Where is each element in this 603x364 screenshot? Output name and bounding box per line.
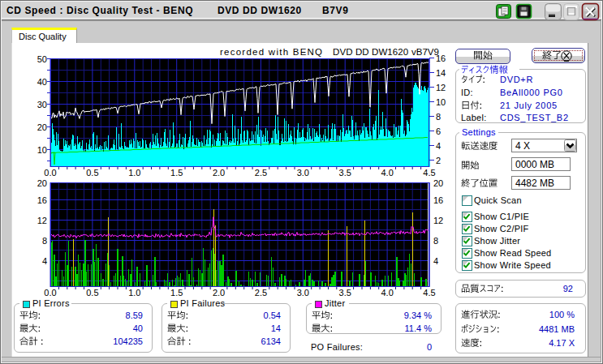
svg-text:50: 50 <box>37 54 47 64</box>
svg-text:0.5: 0.5 <box>86 168 98 178</box>
svg-text:1.5: 1.5 <box>170 168 183 178</box>
svg-text:3.5: 3.5 <box>339 168 351 178</box>
svg-text:2.5: 2.5 <box>255 168 267 178</box>
svg-text:0.0: 0.0 <box>44 288 56 298</box>
svg-text:DVD DD DW1620: DVD DD DW1620 <box>333 47 408 57</box>
svg-text:8: 8 <box>433 236 438 246</box>
svg-text:6: 6 <box>436 126 441 136</box>
svg-text:16: 16 <box>37 195 47 205</box>
svg-text:2: 2 <box>436 156 441 165</box>
svg-text:4: 4 <box>42 256 47 266</box>
svg-text:0.5: 0.5 <box>86 288 98 298</box>
svg-text:8: 8 <box>436 112 441 122</box>
svg-text:1.0: 1.0 <box>128 168 140 178</box>
svg-text:4.5: 4.5 <box>423 168 435 178</box>
svg-text:20: 20 <box>37 122 47 132</box>
svg-text:12: 12 <box>436 83 446 92</box>
svg-text:2.0: 2.0 <box>213 168 225 178</box>
svg-text:8: 8 <box>42 236 47 246</box>
svg-text:4.0: 4.0 <box>381 288 393 298</box>
svg-text:14: 14 <box>436 68 446 78</box>
svg-text:4: 4 <box>433 256 438 266</box>
svg-text:3.0: 3.0 <box>297 168 309 178</box>
svg-text:3.5: 3.5 <box>339 288 351 298</box>
svg-text:3.0: 3.0 <box>297 288 309 298</box>
svg-text:20: 20 <box>433 178 443 188</box>
svg-text:16: 16 <box>433 195 443 205</box>
svg-text:0.0: 0.0 <box>44 168 56 178</box>
svg-text:20: 20 <box>37 178 47 188</box>
svg-text:2.0: 2.0 <box>213 288 225 298</box>
svg-text:1.5: 1.5 <box>170 288 183 298</box>
svg-text:30: 30 <box>37 100 47 109</box>
svg-text:10: 10 <box>37 145 47 155</box>
svg-text:4.0: 4.0 <box>381 168 393 178</box>
svg-text:10: 10 <box>436 97 446 107</box>
svg-text:recorded with BENQ: recorded with BENQ <box>220 47 323 57</box>
svg-text:vB7V9: vB7V9 <box>411 47 439 57</box>
svg-text:12: 12 <box>433 216 443 225</box>
svg-text:40: 40 <box>37 77 47 87</box>
svg-text:4: 4 <box>436 141 441 151</box>
svg-text:4.5: 4.5 <box>423 288 435 298</box>
svg-text:16: 16 <box>436 54 446 63</box>
svg-text:1.0: 1.0 <box>128 288 140 298</box>
svg-text:2.5: 2.5 <box>255 288 267 298</box>
svg-text:12: 12 <box>37 216 47 225</box>
